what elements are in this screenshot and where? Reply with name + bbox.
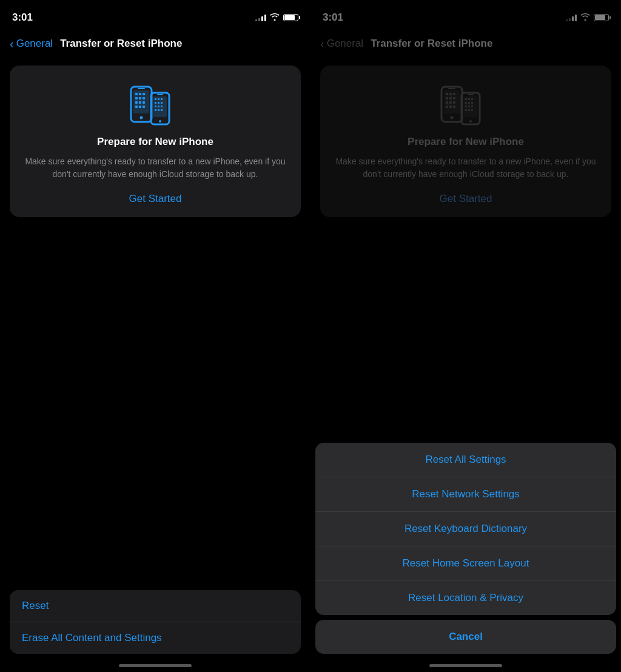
svg-rect-14 (139, 106, 141, 108)
reset-network-settings-option[interactable]: Reset Network Settings (315, 477, 616, 512)
left-time: 3:01 (12, 12, 33, 24)
svg-rect-28 (161, 106, 163, 107)
svg-rect-11 (139, 101, 141, 104)
svg-rect-25 (161, 102, 163, 104)
svg-point-18 (159, 120, 161, 123)
right-phone-panel: 3:01 ‹ General T (310, 0, 621, 672)
left-get-started-button[interactable]: Get Started (129, 193, 182, 205)
svg-rect-15 (143, 106, 145, 108)
right-home-indicator (429, 664, 502, 667)
left-phone-panel: 3:01 ‹ General T (0, 0, 310, 672)
svg-rect-3 (138, 88, 145, 89)
svg-rect-30 (158, 109, 159, 111)
reset-button[interactable]: Reset (10, 590, 301, 622)
svg-rect-22 (161, 98, 163, 100)
reset-modal: Reset All Settings Reset Network Setting… (315, 443, 616, 654)
left-nav-title: Transfer or Reset iPhone (60, 38, 182, 50)
svg-rect-6 (143, 93, 145, 95)
svg-rect-5 (139, 93, 141, 95)
reset-all-settings-option[interactable]: Reset All Settings (315, 443, 616, 477)
left-back-label: General (16, 38, 53, 50)
left-nav-bar: ‹ General Transfer or Reset iPhone (0, 30, 310, 59)
svg-rect-7 (135, 97, 138, 99)
svg-rect-8 (139, 97, 141, 99)
svg-rect-23 (155, 102, 156, 104)
svg-rect-21 (158, 98, 159, 100)
svg-rect-26 (155, 106, 156, 107)
left-card-description: Make sure everything's ready to transfer… (22, 155, 289, 181)
left-prepare-card: Prepare for New iPhone Make sure everyth… (10, 66, 301, 217)
left-wifi-icon (270, 13, 280, 22)
left-signal-icon (255, 14, 266, 21)
svg-rect-13 (135, 106, 138, 108)
left-chevron-icon: ‹ (10, 38, 14, 50)
svg-rect-20 (155, 98, 156, 100)
left-reset-menu: Reset Erase All Content and Settings (10, 590, 301, 654)
dim-overlay (310, 0, 621, 376)
reset-location-privacy-option[interactable]: Reset Location & Privacy (315, 581, 616, 615)
left-status-icons (255, 13, 298, 22)
left-bottom-section: Reset Erase All Content and Settings (10, 590, 301, 654)
left-phone-transfer-icon (125, 80, 186, 129)
left-status-bar: 3:01 (0, 0, 310, 30)
left-battery-icon (283, 14, 298, 21)
svg-rect-27 (158, 106, 159, 107)
svg-rect-9 (143, 97, 145, 99)
left-back-button[interactable]: ‹ General (10, 38, 53, 50)
reset-keyboard-dictionary-option[interactable]: Reset Keyboard Dictionary (315, 512, 616, 546)
svg-rect-4 (135, 93, 138, 95)
erase-all-button[interactable]: Erase All Content and Settings (10, 622, 301, 654)
left-home-indicator (119, 664, 192, 667)
reset-options-list: Reset All Settings Reset Network Setting… (315, 443, 616, 615)
svg-rect-24 (158, 102, 159, 104)
cancel-button[interactable]: Cancel (315, 620, 616, 654)
svg-point-2 (140, 116, 143, 119)
svg-rect-29 (155, 109, 156, 111)
svg-rect-10 (135, 101, 138, 104)
reset-home-screen-layout-option[interactable]: Reset Home Screen Layout (315, 546, 616, 581)
svg-rect-12 (143, 101, 145, 104)
left-card-title: Prepare for New iPhone (97, 136, 213, 148)
svg-rect-31 (161, 109, 163, 111)
svg-rect-19 (157, 94, 163, 95)
